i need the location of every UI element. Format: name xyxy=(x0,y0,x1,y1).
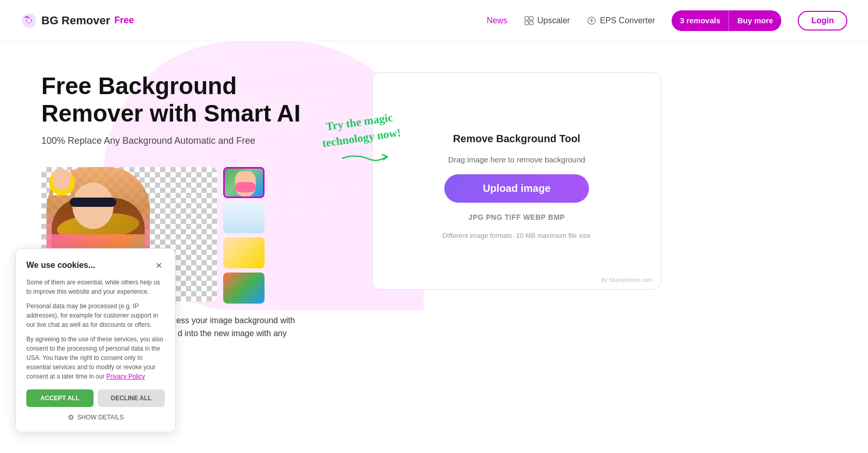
cookie-banner: We use cookies... ✕ Some of them are ess… xyxy=(16,248,176,351)
cookie-para1: Some of them are essential, while others… xyxy=(26,278,165,296)
svg-rect-2 xyxy=(525,17,529,20)
logo-text: BG Remover xyxy=(41,14,110,27)
nav-upscaler-label: Upscaler xyxy=(537,16,570,25)
stockphotos-credit: by Stockphotos.com xyxy=(601,277,653,283)
page-title: Free Background Remover with Smart AI xyxy=(41,72,341,127)
nav-news[interactable]: News xyxy=(487,16,507,25)
upload-button[interactable]: Upload image xyxy=(444,174,589,203)
upscaler-icon xyxy=(524,16,534,26)
nav-eps-label: EPS Converter xyxy=(600,16,655,25)
header: BG Remover Free News Upscaler EPS Conver… xyxy=(0,0,868,41)
eps-icon xyxy=(586,16,597,26)
svg-rect-5 xyxy=(530,21,533,25)
logo[interactable]: BG Remover Free xyxy=(21,12,134,29)
svg-rect-3 xyxy=(530,17,533,20)
navigation: News Upscaler EPS Converter 3 removals B… xyxy=(487,10,847,31)
svg-point-1 xyxy=(27,19,31,23)
thumbnail-2[interactable] xyxy=(223,202,265,233)
cookie-title: We use cookies... xyxy=(26,261,95,270)
tool-card: Try the magic technology now! Remove Bac… xyxy=(372,72,661,290)
file-note: Different image formats. 10 MB maximum f… xyxy=(443,232,591,239)
removals-button[interactable]: 3 removals Buy more xyxy=(672,10,782,31)
nav-upscaler[interactable]: Upscaler xyxy=(524,16,570,26)
buy-more-label[interactable]: Buy more xyxy=(729,11,781,30)
cookie-para2: Personal data may be processed (e.g. IP … xyxy=(26,301,165,329)
drag-text: Drag image here to remove background xyxy=(448,155,585,164)
magic-arrow xyxy=(340,150,392,166)
tool-card-title: Remove Background Tool xyxy=(453,133,580,145)
nav-eps-converter[interactable]: EPS Converter xyxy=(586,16,655,26)
removals-count: 3 removals xyxy=(672,11,729,30)
cookie-header: We use cookies... ✕ xyxy=(26,259,165,271)
svg-rect-4 xyxy=(525,21,529,25)
thumbnail-1[interactable] xyxy=(223,167,265,198)
cookie-close-button[interactable]: ✕ xyxy=(152,259,165,271)
login-button[interactable]: Login xyxy=(798,11,847,31)
thumbnail-4[interactable] xyxy=(223,273,265,304)
page-subtitle: 100% Replace Any Background Automatic an… xyxy=(41,135,341,146)
logo-free-badge: Free xyxy=(114,15,134,26)
demo-thumbnails xyxy=(223,167,265,304)
thumbnail-3[interactable] xyxy=(223,237,265,268)
cookie-para3: By agreeing to the use of these services… xyxy=(26,335,165,351)
right-section: Try the magic technology now! Remove Bac… xyxy=(372,72,661,290)
logo-icon xyxy=(21,12,37,29)
file-formats: JPG PNG TIFF WEBP BMP xyxy=(469,213,565,221)
